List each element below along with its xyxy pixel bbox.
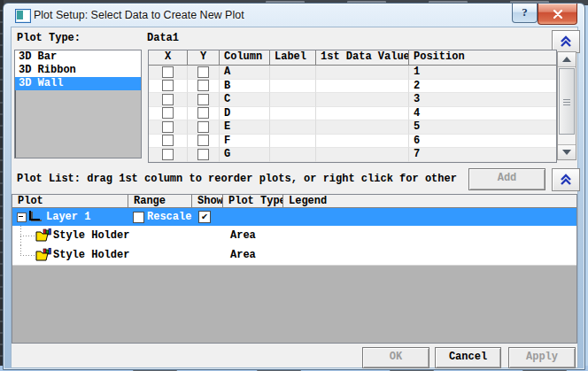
label-cell	[270, 66, 316, 80]
column-cell: D	[220, 107, 270, 121]
column-cell: E	[220, 120, 270, 135]
plot-row-style-holder-2[interactable]: Style Holder Area	[12, 245, 576, 265]
data-row-e[interactable]: E 5	[149, 120, 556, 135]
plot-type-item-3d-wall[interactable]: 3D Wall	[15, 77, 141, 90]
y-checkbox[interactable]	[197, 107, 209, 119]
header-show[interactable]: Show	[192, 195, 223, 207]
y-cell	[188, 148, 220, 162]
data-row-g[interactable]: G 7	[149, 148, 556, 162]
y-checkbox[interactable]	[197, 135, 209, 146]
y-checkbox[interactable]	[197, 66, 209, 78]
scroll-up-button[interactable]	[558, 52, 576, 67]
add-button[interactable]: Add	[468, 168, 545, 190]
header-position[interactable]: Position	[409, 50, 556, 65]
header-first-data-value[interactable]: 1st Data Value	[316, 50, 409, 65]
plot-list-label: Plot List: drag 1st column to reorder pl…	[17, 173, 457, 185]
header-x[interactable]: X	[149, 50, 188, 65]
plot-list-table: Plot Range Show Plot Type Legend Layer 1…	[12, 194, 577, 344]
x-checkbox[interactable]	[162, 80, 174, 91]
help-button[interactable]: ?	[512, 4, 538, 23]
x-checkbox[interactable]	[162, 107, 174, 119]
header-column[interactable]: Column	[220, 50, 270, 65]
header-legend[interactable]: Legend	[283, 195, 576, 207]
x-checkbox[interactable]	[162, 149, 174, 160]
header-y[interactable]: Y	[188, 50, 220, 65]
y-checkbox[interactable]	[197, 80, 209, 91]
x-checkbox[interactable]	[162, 135, 174, 146]
plot-row-style-holder-1[interactable]: Style Holder Area	[12, 226, 576, 245]
data-row-a[interactable]: A 1	[149, 66, 556, 80]
x-cell	[149, 66, 188, 80]
x-cell	[149, 107, 188, 121]
title-bar[interactable]: Plot Setup: Select Data to Create New Pl…	[4, 4, 584, 27]
dialog-client-area: Plot Type: 3D Bar 3D Ribbon 3D Wall Data…	[11, 27, 578, 368]
collapse-plot-list-button[interactable]	[552, 168, 580, 191]
data-row-c[interactable]: C 3	[149, 93, 556, 107]
data-row-f[interactable]: F 6	[149, 135, 556, 149]
first-value-cell	[316, 120, 409, 135]
first-value-cell	[316, 107, 409, 121]
label-cell	[270, 148, 316, 162]
data-table-scrollbar[interactable]	[557, 51, 576, 160]
x-close-icon	[553, 10, 562, 19]
apply-button[interactable]: Apply	[508, 347, 576, 368]
y-cell	[188, 80, 220, 94]
first-value-cell	[316, 148, 409, 162]
layer-row-selected[interactable]: Layer 1 Rescale ✔	[12, 208, 576, 226]
plot-type-item-3d-ribbon[interactable]: 3D Ribbon	[15, 64, 141, 77]
column-cell: A	[220, 66, 270, 80]
y-cell	[188, 135, 220, 149]
y-cell	[188, 120, 220, 135]
show-checkbox[interactable]: ✔	[198, 211, 211, 223]
label-cell	[270, 135, 316, 149]
folder-chart-icon	[35, 248, 51, 261]
y-checkbox[interactable]	[197, 149, 209, 160]
column-cell: B	[220, 80, 270, 94]
scrollbar-thumb[interactable]	[559, 68, 575, 135]
ok-button[interactable]: OK	[362, 347, 429, 368]
x-cell	[149, 120, 188, 135]
position-cell: 4	[409, 107, 556, 121]
y-cell	[188, 107, 220, 121]
data-row-d[interactable]: D 4	[149, 107, 556, 121]
y-cell	[188, 93, 220, 107]
plot-setup-dialog: Plot Setup: Select Data to Create New Pl…	[3, 3, 585, 370]
cancel-button[interactable]: Cancel	[435, 347, 501, 368]
close-button[interactable]	[538, 4, 577, 25]
plot-type-item-3d-bar[interactable]: 3D Bar	[15, 50, 141, 64]
triangle-up-icon	[562, 57, 571, 62]
scroll-down-button[interactable]	[558, 144, 576, 159]
data-row-b[interactable]: B 2	[149, 80, 556, 94]
dialog-title: Plot Setup: Select Data to Create New Pl…	[34, 4, 244, 27]
first-value-cell	[316, 80, 409, 94]
tree-line	[20, 236, 35, 236]
header-range[interactable]: Range	[128, 195, 192, 207]
position-cell: 7	[409, 148, 556, 162]
label-cell	[270, 93, 316, 107]
first-value-cell	[316, 93, 409, 107]
x-cell	[149, 148, 188, 162]
y-checkbox[interactable]	[197, 121, 209, 133]
header-label[interactable]: Label	[270, 50, 316, 65]
x-checkbox[interactable]	[162, 94, 174, 105]
folder-chart-icon	[35, 228, 51, 242]
x-checkbox[interactable]	[162, 121, 174, 133]
column-cell: G	[220, 148, 270, 162]
layer-axes-icon	[28, 211, 43, 223]
plot-list-empty-area	[12, 265, 576, 344]
position-cell: 2	[409, 80, 556, 94]
x-cell	[149, 135, 188, 149]
header-plot-type[interactable]: Plot Type	[223, 195, 283, 207]
x-checkbox[interactable]	[162, 66, 174, 78]
header-plot[interactable]: Plot	[12, 195, 128, 207]
rescale-label: Rescale	[147, 208, 191, 226]
y-cell	[188, 66, 220, 80]
position-cell: 1	[409, 66, 556, 80]
y-checkbox[interactable]	[197, 94, 209, 105]
rescale-checkbox[interactable]	[133, 212, 144, 223]
first-value-cell	[316, 66, 409, 80]
column-cell: F	[220, 135, 270, 149]
layer-name: Layer 1	[46, 208, 90, 226]
tree-collapse-minus-icon[interactable]	[17, 213, 27, 222]
thumb-grip-icon	[563, 99, 570, 106]
